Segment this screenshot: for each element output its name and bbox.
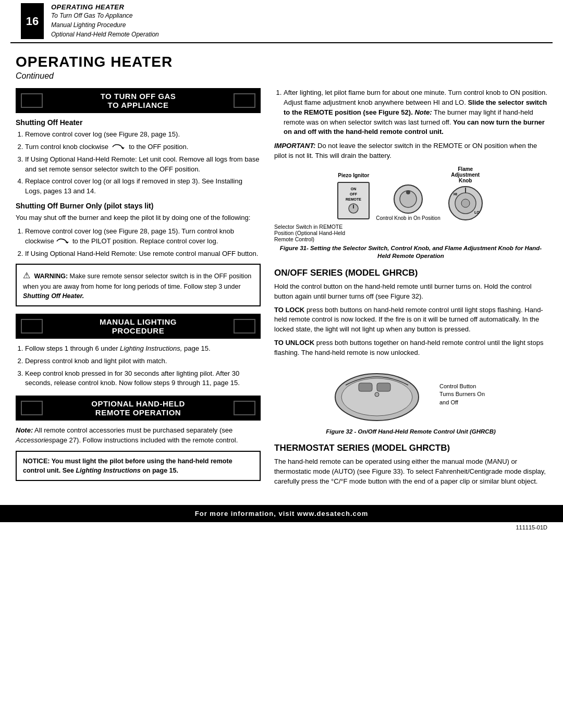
warning-box: ⚠ WARNING: Make sure remote sensor selec… <box>16 264 261 306</box>
step2-suffix: to the OFF position. <box>129 143 188 151</box>
list-item: Follow steps 1 through 6 under Lighting … <box>25 344 261 354</box>
list-item: If Using Optional Hand-Held Remote: Let … <box>25 155 261 175</box>
flame-adj-label: Flame Adjustment Knob <box>445 166 486 183</box>
header-sub3: Optional Hand-Held Remote Operation <box>51 30 159 39</box>
svg-point-18 <box>341 378 412 416</box>
list-item: Remove control cover log (see Figure 28,… <box>25 227 261 246</box>
left-column: TO TURN OFF GASTO APPLIANCE Shutting Off… <box>16 88 261 490</box>
on-off-para2: TO LOCK press both buttons on hand-held … <box>274 305 547 335</box>
doc-number: 111115-01D <box>0 524 563 530</box>
thermostat-series-title: THERMOSTAT SERIES (MODEL GHRCTB) <box>274 443 547 453</box>
piezo-label: Piezo Ignitor <box>338 172 369 178</box>
selector-switch-diagram: Piezo Ignitor ON OFF REMOTE <box>335 172 372 221</box>
control-knob-label: Control Knob in On Position <box>376 215 440 221</box>
fig32-content: Control Button Turns Burners On and Off <box>330 363 492 426</box>
turn-off-gas-label: TO TURN OFF GASTO APPLIANCE <box>101 92 176 109</box>
flame-adj-diagram: Flame Adjustment Knob HI LO <box>445 166 486 221</box>
control-knob-diagram: Control Knob in On Position <box>376 183 440 221</box>
header-sub1: To Turn Off Gas To Appliance <box>51 11 159 20</box>
svg-text:OFF: OFF <box>350 192 358 196</box>
svg-marker-0 <box>121 147 125 149</box>
page-title: OPERATING HEATER <box>16 54 547 70</box>
shutting-off-heater-title: Shutting Off Heater <box>16 118 261 127</box>
clockwise-arrow-icon <box>111 143 127 151</box>
header-sub2: Manual Lighting Procedure <box>51 20 159 30</box>
page-header: 16 OPERATING HEATER To Turn Off Gas To A… <box>10 0 553 43</box>
svg-text:LO: LO <box>474 211 480 214</box>
thermostat-para1: The hand-held remote can be operated usi… <box>274 457 547 487</box>
fig31-bottom-labels: Selector Switch in REMOTE Position (Opti… <box>274 224 547 242</box>
page-footer: For more information, visit www.desatech… <box>0 505 563 522</box>
optional-remote-header: OPTIONAL HAND-HELDREMOTE OPERATION <box>16 396 261 421</box>
shutting-off-steps: Remove control cover log (see Figure 28,… <box>16 130 261 196</box>
turn-off-gas-header: TO TURN OFF GASTO APPLIANCE <box>16 88 261 113</box>
svg-point-13 <box>461 199 470 207</box>
svg-rect-20 <box>377 383 390 391</box>
list-item: Remove control cover log (see Figure 28,… <box>25 130 261 140</box>
svg-marker-1 <box>65 242 69 243</box>
control-knob-svg <box>393 183 424 215</box>
header-title: OPERATING HEATER <box>51 3 159 11</box>
optional-remote-label: OPTIONAL HAND-HELDREMOTE OPERATION <box>91 399 185 417</box>
manual-lighting-label: MANUAL LIGHTINGPROCEDURE <box>100 317 177 335</box>
fig32-label: Control Button Turns Burners On and Off <box>439 382 492 406</box>
footer-text: For more information, visit www.desatech… <box>195 510 368 517</box>
notice-box: NOTICE: You must light the pilot before … <box>16 451 261 481</box>
figure-31: Piezo Ignitor ON OFF REMOTE <box>274 166 547 261</box>
notice-title: NOTICE: You must light the pilot before … <box>23 458 232 474</box>
flame-adj-svg: HI LO <box>447 185 484 221</box>
shutting-off-burner-title: Shutting Off Burner Only (pilot stays li… <box>16 202 261 210</box>
list-item: Turn control knob clockwise to the OFF p… <box>25 142 261 152</box>
selector-bottom-label: Selector Switch in REMOTE Position (Opti… <box>274 224 347 242</box>
warning-triangle-icon: ⚠ <box>23 271 30 280</box>
manual-lighting-steps: Follow steps 1 through 6 under Lighting … <box>16 344 261 388</box>
handheld-remote-svg <box>330 363 434 426</box>
fig32-caption: Figure 32 - On/Off Hand-Held Remote Cont… <box>326 428 496 436</box>
list-item: Replace control cover log (or all logs i… <box>25 177 261 196</box>
svg-text:REMOTE: REMOTE <box>346 198 361 201</box>
right-col-steps: After lighting, let pilot flame burn for… <box>274 88 547 137</box>
fig31-caption: Figure 31- Setting the Selector Switch, … <box>274 244 547 261</box>
svg-text:HI: HI <box>454 192 457 196</box>
list-item: If Using Optional Hand-Held Remote: Use … <box>25 249 261 259</box>
fig31-diagrams: Piezo Ignitor ON OFF REMOTE <box>335 166 486 221</box>
on-off-para3: TO UNLOCK press both buttons together on… <box>274 338 547 358</box>
clockwise-arrow-icon2 <box>56 238 70 245</box>
on-off-para1: Hold the control button on the hand-held… <box>274 282 547 302</box>
list-item: After lighting, let pilot flame burn for… <box>284 88 547 137</box>
header-text: OPERATING HEATER To Turn Off Gas To Appl… <box>51 3 159 39</box>
svg-text:ON: ON <box>351 187 357 191</box>
on-off-series-title: ON/OFF SERIES (MODEL GHRCB) <box>274 268 547 278</box>
burner-step1-suffix: to the PILOT position. Replace control c… <box>72 237 218 245</box>
svg-rect-19 <box>359 383 372 391</box>
page-content: OPERATING HEATER Continued TO TURN OFF G… <box>0 43 563 496</box>
list-item: Depress control knob and light pilot wit… <box>25 356 261 366</box>
page-number: 16 <box>21 3 44 39</box>
manual-lighting-header: MANUAL LIGHTINGPROCEDURE <box>16 314 261 339</box>
svg-point-10 <box>406 190 410 194</box>
warning-title: WARNING: <box>34 273 68 280</box>
page-subtitle: Continued <box>16 71 547 81</box>
step2-text: Turn control knob clockwise <box>25 143 111 151</box>
svg-point-21 <box>375 392 379 397</box>
remote-note: Note: All remote control accessories mus… <box>16 426 261 446</box>
figure-32: Control Button Turns Burners On and Off … <box>274 363 547 436</box>
shutting-off-burner-intro: You may shut off the burner and keep the… <box>16 213 261 223</box>
burner-steps: Remove control cover log (see Figure 28,… <box>16 227 261 259</box>
selector-switch-svg: ON OFF REMOTE <box>335 180 372 221</box>
important-text: IMPORTANT: Do not leave the selector swi… <box>274 141 547 161</box>
right-column: After lighting, let pilot flame burn for… <box>274 88 547 490</box>
list-item: Keep control knob pressed in for 30 seco… <box>25 369 261 389</box>
main-columns: TO TURN OFF GASTO APPLIANCE Shutting Off… <box>16 88 547 490</box>
